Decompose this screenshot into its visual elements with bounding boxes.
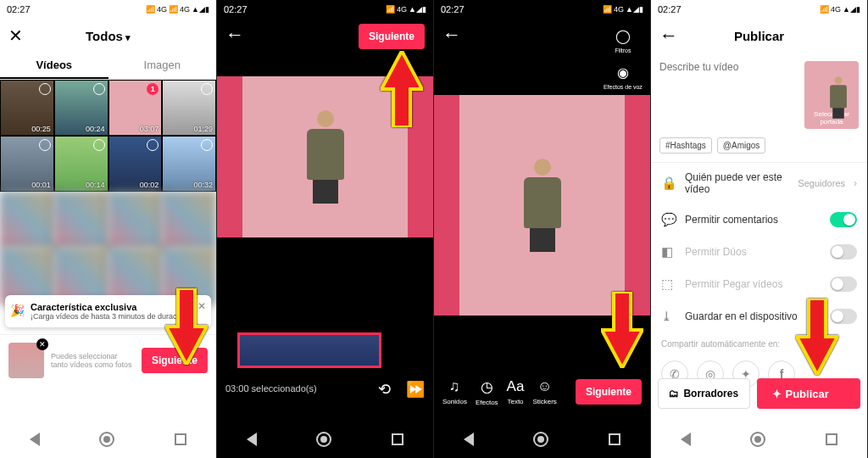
description-row: Seleccionar portada — [651, 53, 867, 137]
trim-strip[interactable] — [237, 332, 381, 368]
grid-cell[interactable]: 00:01 — [0, 136, 54, 192]
recents-icon[interactable] — [826, 433, 837, 445]
tab-imagen[interactable]: Imagen — [108, 53, 217, 79]
close-icon[interactable]: ✕ — [198, 300, 206, 312]
back-icon[interactable] — [247, 433, 257, 446]
publish-icon: ✦ — [772, 388, 782, 400]
back-icon[interactable]: ← — [225, 24, 244, 46]
selected-duration: 03:00 seleccionado(s) — [225, 383, 317, 394]
grid-cell[interactable]: 103:07 — [108, 80, 163, 136]
download-icon: ⤓ — [661, 309, 676, 324]
friends-button[interactable]: @Amigos — [717, 137, 766, 154]
selected-thumb[interactable]: ✕ — [8, 343, 44, 378]
recents-icon[interactable] — [175, 433, 186, 445]
filters-button[interactable]: ◯Filtros — [613, 25, 633, 53]
grid-cell-blurred[interactable] — [162, 192, 216, 248]
filters-icon: ◯ — [613, 25, 633, 46]
tab-videos[interactable]: Vídeos — [0, 53, 108, 79]
android-nav — [434, 421, 650, 458]
status-bar: 02:27📶4G▲◢▮ — [651, 0, 867, 19]
android-nav — [651, 421, 867, 458]
media-grid: 00:25 00:24 103:07 01:29 00:01 00:14 00:… — [0, 80, 216, 458]
home-icon[interactable] — [750, 432, 765, 447]
publish-button[interactable]: ✦Publicar — [757, 378, 861, 409]
stitch-icon: ⬚ — [661, 276, 676, 292]
privacy-row[interactable]: 🔒 Quién puede ver este vídeo Seguidores … — [651, 163, 867, 204]
rotate-icon[interactable]: ⟲ — [378, 380, 391, 399]
grid-cell-blurred[interactable] — [108, 192, 163, 248]
next-button[interactable]: Siguiente — [142, 348, 208, 373]
save-toggle[interactable] — [830, 309, 857, 324]
header-title[interactable]: Todos▾ — [0, 29, 216, 43]
grid-cell-blurred[interactable] — [0, 192, 54, 248]
text-icon: Aa — [507, 378, 525, 395]
grid-cell-blurred[interactable] — [54, 192, 108, 248]
tag-row: #Hashtags @Amigos — [651, 137, 867, 162]
speed-icon[interactable]: ⏩ — [406, 380, 425, 399]
duos-row: ◧ Permitir Dúos — [651, 236, 867, 268]
header-title: Publicar — [651, 29, 867, 43]
video-preview[interactable] — [434, 95, 650, 316]
video-preview[interactable] — [217, 76, 433, 237]
comments-toggle[interactable] — [830, 212, 857, 227]
party-icon: 🎉 — [10, 304, 25, 317]
screen-trim: 02:27📶4G▲◢▮ ← Siguiente 03:00 selecciona… — [217, 0, 434, 458]
publish-row: 🗂Borradores ✦Publicar — [651, 371, 867, 416]
chevron-right-icon: › — [854, 177, 857, 189]
screen-publish: 02:27📶4G▲◢▮ ← Publicar Seleccionar porta… — [651, 0, 868, 458]
sticker-icon: ☺ — [537, 378, 552, 395]
stitch-toggle — [830, 276, 857, 292]
header: ✕ Todos▾ — [0, 19, 216, 53]
duos-toggle — [830, 244, 857, 260]
save-row[interactable]: ⤓ Guardar en el dispositivo — [651, 300, 867, 332]
promo-title: Característica exclusiva — [31, 302, 191, 312]
grid-cell[interactable]: 00:02 — [108, 136, 163, 192]
grid-cell[interactable]: 00:25 — [0, 80, 54, 136]
voice-effects-button[interactable]: ◉Efectos de voz — [604, 62, 643, 90]
description-input[interactable] — [659, 61, 798, 115]
back-icon[interactable] — [681, 433, 691, 446]
stickers-button[interactable]: ☺Stickers — [532, 378, 556, 405]
comments-row[interactable]: 💬 Permitir comentarios — [651, 204, 867, 236]
close-icon[interactable]: ✕ — [8, 25, 23, 46]
back-icon[interactable]: ← — [659, 25, 678, 47]
hint-text: Puedes seleccionar tanto vídeos como fot… — [51, 352, 135, 369]
remove-icon[interactable]: ✕ — [36, 338, 48, 350]
promo-banner: 🎉 Característica exclusiva ¡Carga vídeos… — [5, 295, 211, 327]
home-icon[interactable] — [99, 432, 114, 447]
next-button[interactable]: Siguiente — [359, 24, 425, 49]
stitch-row: ⬚ Permitir Pegar vídeos — [651, 268, 867, 300]
drafts-button[interactable]: 🗂Borradores — [658, 378, 750, 409]
comment-icon: 💬 — [661, 212, 676, 227]
back-icon[interactable] — [464, 433, 474, 446]
cover-selector[interactable]: Seleccionar portada — [804, 61, 859, 129]
text-button[interactable]: AaTexto — [507, 378, 525, 405]
home-icon[interactable] — [533, 432, 548, 447]
grid-cell[interactable]: 00:32 — [162, 136, 216, 192]
grid-cell[interactable]: 01:29 — [162, 80, 216, 136]
drafts-icon: 🗂 — [669, 388, 679, 399]
hashtags-button[interactable]: #Hashtags — [659, 137, 712, 154]
status-bar: 02:27📶4G▲◢▮ — [217, 0, 433, 19]
effects-button[interactable]: ◷Efectos — [476, 378, 498, 406]
next-button[interactable]: Siguiente — [576, 379, 642, 405]
android-nav — [217, 421, 433, 458]
promo-subtitle: ¡Carga vídeos de hasta 3 minutos de dura… — [31, 312, 191, 321]
home-icon[interactable] — [316, 432, 331, 447]
back-icon[interactable] — [30, 433, 40, 446]
tabs: Vídeos Imagen — [0, 53, 216, 80]
back-icon[interactable]: ← — [442, 24, 461, 46]
selection-row: ✕ Puedes seleccionar tanto vídeos como f… — [0, 334, 216, 385]
grid-cell[interactable]: 00:14 — [54, 136, 108, 192]
bottom-toolbar: ♫Sonidos ◷Efectos AaTexto ☺Stickers Sigu… — [434, 368, 650, 416]
status-bar: 02:27📶4G📶4G▲◢▮ — [0, 0, 216, 19]
duet-icon: ◧ — [661, 244, 676, 260]
sounds-button[interactable]: ♫Sonidos — [442, 378, 467, 405]
recents-icon[interactable] — [392, 433, 403, 445]
recents-icon[interactable] — [609, 433, 620, 445]
grid-cell[interactable]: 00:24 — [54, 80, 108, 136]
screen-gallery: 02:27📶4G📶4G▲◢▮ ✕ Todos▾ Vídeos Imagen 00… — [0, 0, 217, 458]
lock-icon: 🔒 — [661, 176, 676, 191]
voice-effects-icon: ◉ — [613, 62, 633, 82]
screen-edit: 02:27📶4G▲◢▮ ← ◯Filtros ◉Efectos de voz 🎤… — [434, 0, 651, 458]
